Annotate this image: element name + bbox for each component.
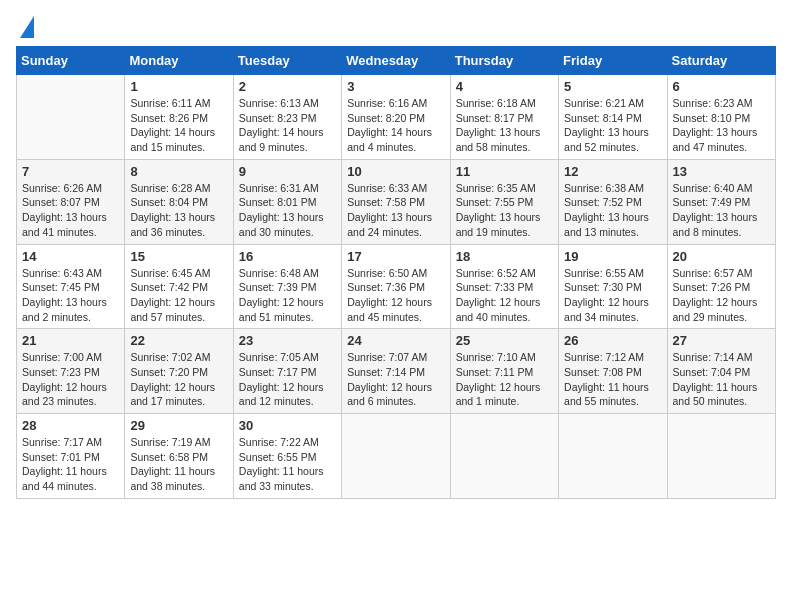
cell-info-line: Daylight: 12 hours: [456, 380, 553, 395]
cell-info-line: Sunrise: 6:55 AM: [564, 266, 661, 281]
cell-info-line: Sunrise: 6:35 AM: [456, 181, 553, 196]
calendar-cell: [559, 414, 667, 499]
calendar-cell: 29Sunrise: 7:19 AMSunset: 6:58 PMDayligh…: [125, 414, 233, 499]
day-number: 19: [564, 249, 661, 264]
cell-info-line: Sunrise: 6:48 AM: [239, 266, 336, 281]
cell-info-line: Sunset: 7:49 PM: [673, 195, 770, 210]
cell-info-line: Daylight: 14 hours: [347, 125, 444, 140]
cell-info-line: Daylight: 12 hours: [130, 295, 227, 310]
cell-info-line: Sunset: 7:42 PM: [130, 280, 227, 295]
cell-info-line: Daylight: 13 hours: [456, 210, 553, 225]
cell-info-line: and 47 minutes.: [673, 140, 770, 155]
day-number: 22: [130, 333, 227, 348]
page-header: [16, 16, 776, 38]
cell-info-line: Sunset: 7:23 PM: [22, 365, 119, 380]
cell-info-line: Sunset: 8:17 PM: [456, 111, 553, 126]
col-header-tuesday: Tuesday: [233, 47, 341, 75]
day-number: 9: [239, 164, 336, 179]
cell-info-line: Daylight: 12 hours: [347, 380, 444, 395]
cell-info-line: Sunset: 7:45 PM: [22, 280, 119, 295]
calendar-cell: 25Sunrise: 7:10 AMSunset: 7:11 PMDayligh…: [450, 329, 558, 414]
day-number: 13: [673, 164, 770, 179]
cell-info-line: and 55 minutes.: [564, 394, 661, 409]
calendar-cell: 3Sunrise: 6:16 AMSunset: 8:20 PMDaylight…: [342, 75, 450, 160]
cell-info-line: Sunset: 8:01 PM: [239, 195, 336, 210]
cell-info-line: Daylight: 12 hours: [239, 380, 336, 395]
calendar-cell: 19Sunrise: 6:55 AMSunset: 7:30 PMDayligh…: [559, 244, 667, 329]
day-number: 20: [673, 249, 770, 264]
cell-info-line: Daylight: 12 hours: [239, 295, 336, 310]
cell-info-line: and 29 minutes.: [673, 310, 770, 325]
cell-info-line: Sunrise: 6:13 AM: [239, 96, 336, 111]
calendar-cell: 5Sunrise: 6:21 AMSunset: 8:14 PMDaylight…: [559, 75, 667, 160]
cell-info-line: Daylight: 13 hours: [130, 210, 227, 225]
cell-info-line: Sunrise: 7:12 AM: [564, 350, 661, 365]
cell-info-line: and 52 minutes.: [564, 140, 661, 155]
cell-info-line: and 33 minutes.: [239, 479, 336, 494]
cell-info-line: Sunrise: 7:07 AM: [347, 350, 444, 365]
calendar-week-4: 21Sunrise: 7:00 AMSunset: 7:23 PMDayligh…: [17, 329, 776, 414]
calendar-cell: [17, 75, 125, 160]
col-header-friday: Friday: [559, 47, 667, 75]
day-number: 5: [564, 79, 661, 94]
cell-info-line: Sunrise: 7:05 AM: [239, 350, 336, 365]
cell-info-line: Sunset: 8:07 PM: [22, 195, 119, 210]
day-number: 4: [456, 79, 553, 94]
day-number: 26: [564, 333, 661, 348]
cell-info-line: Sunrise: 6:26 AM: [22, 181, 119, 196]
col-header-saturday: Saturday: [667, 47, 775, 75]
day-number: 28: [22, 418, 119, 433]
cell-info-line: Sunrise: 6:16 AM: [347, 96, 444, 111]
cell-info-line: and 41 minutes.: [22, 225, 119, 240]
day-number: 3: [347, 79, 444, 94]
cell-info-line: and 17 minutes.: [130, 394, 227, 409]
cell-info-line: and 38 minutes.: [130, 479, 227, 494]
cell-info-line: Daylight: 13 hours: [22, 295, 119, 310]
calendar-cell: 13Sunrise: 6:40 AMSunset: 7:49 PMDayligh…: [667, 159, 775, 244]
cell-info-line: Sunrise: 6:28 AM: [130, 181, 227, 196]
day-number: 11: [456, 164, 553, 179]
cell-info-line: Sunrise: 7:00 AM: [22, 350, 119, 365]
cell-info-line: Sunrise: 6:33 AM: [347, 181, 444, 196]
cell-info-line: Daylight: 11 hours: [22, 464, 119, 479]
cell-info-line: Sunrise: 6:31 AM: [239, 181, 336, 196]
cell-info-line: and 24 minutes.: [347, 225, 444, 240]
cell-info-line: Sunset: 7:04 PM: [673, 365, 770, 380]
calendar-cell: 20Sunrise: 6:57 AMSunset: 7:26 PMDayligh…: [667, 244, 775, 329]
cell-info-line: Daylight: 13 hours: [347, 210, 444, 225]
cell-info-line: Sunrise: 6:50 AM: [347, 266, 444, 281]
cell-info-line: Daylight: 13 hours: [673, 125, 770, 140]
cell-info-line: Sunset: 7:17 PM: [239, 365, 336, 380]
calendar-week-1: 1Sunrise: 6:11 AMSunset: 8:26 PMDaylight…: [17, 75, 776, 160]
day-number: 23: [239, 333, 336, 348]
cell-info-line: and 19 minutes.: [456, 225, 553, 240]
cell-info-line: Sunset: 7:11 PM: [456, 365, 553, 380]
cell-info-line: and 23 minutes.: [22, 394, 119, 409]
cell-info-line: Sunrise: 6:45 AM: [130, 266, 227, 281]
cell-info-line: Sunset: 7:55 PM: [456, 195, 553, 210]
cell-info-line: Daylight: 14 hours: [130, 125, 227, 140]
cell-info-line: Sunrise: 6:52 AM: [456, 266, 553, 281]
day-number: 12: [564, 164, 661, 179]
cell-info-line: and 51 minutes.: [239, 310, 336, 325]
cell-info-line: Daylight: 11 hours: [239, 464, 336, 479]
cell-info-line: Sunset: 7:58 PM: [347, 195, 444, 210]
cell-info-line: and 58 minutes.: [456, 140, 553, 155]
cell-info-line: and 57 minutes.: [130, 310, 227, 325]
calendar-cell: 17Sunrise: 6:50 AMSunset: 7:36 PMDayligh…: [342, 244, 450, 329]
cell-info-line: Sunset: 6:55 PM: [239, 450, 336, 465]
cell-info-line: Sunrise: 6:21 AM: [564, 96, 661, 111]
calendar-cell: 22Sunrise: 7:02 AMSunset: 7:20 PMDayligh…: [125, 329, 233, 414]
cell-info-line: Sunset: 6:58 PM: [130, 450, 227, 465]
cell-info-line: and 9 minutes.: [239, 140, 336, 155]
day-number: 17: [347, 249, 444, 264]
col-header-thursday: Thursday: [450, 47, 558, 75]
calendar-cell: 15Sunrise: 6:45 AMSunset: 7:42 PMDayligh…: [125, 244, 233, 329]
cell-info-line: Sunset: 8:23 PM: [239, 111, 336, 126]
cell-info-line: Sunrise: 6:43 AM: [22, 266, 119, 281]
logo-triangle-icon: [20, 16, 34, 38]
calendar-cell: 16Sunrise: 6:48 AMSunset: 7:39 PMDayligh…: [233, 244, 341, 329]
cell-info-line: Sunset: 8:14 PM: [564, 111, 661, 126]
cell-info-line: Sunset: 8:26 PM: [130, 111, 227, 126]
cell-info-line: Daylight: 11 hours: [673, 380, 770, 395]
